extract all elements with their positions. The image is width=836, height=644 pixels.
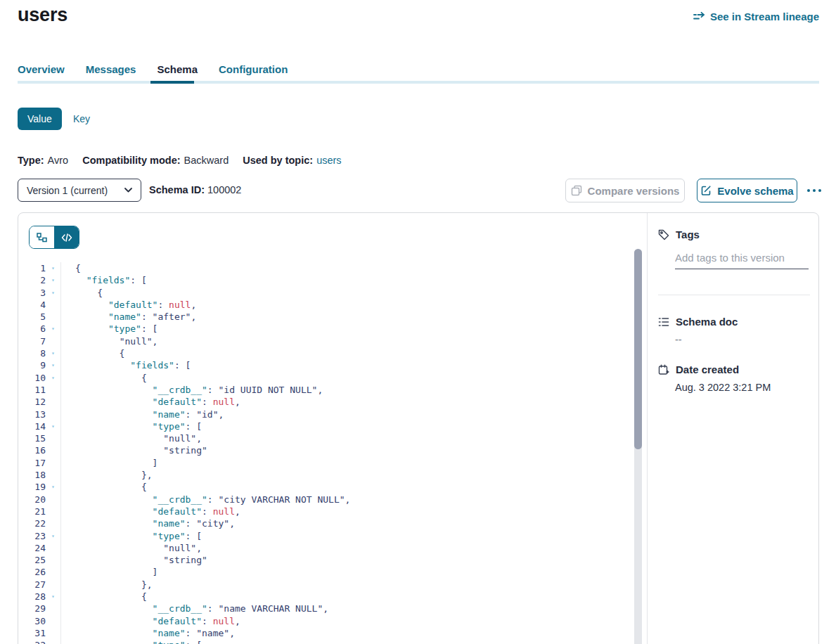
version-select[interactable]: Version 1 (current)	[18, 179, 141, 202]
code-view-icon	[61, 233, 72, 242]
code-text: ]	[60, 457, 157, 469]
tags-heading-row: Tags	[658, 228, 810, 240]
code-line: 15 "null",	[18, 432, 350, 444]
date-created-section: Date created Aug. 3 2022 3:21 PM	[658, 363, 810, 393]
stream-lineage-icon	[693, 11, 705, 22]
fold-toggle-icon[interactable]: ▾	[46, 262, 60, 274]
code-text: "__crdb__": "city VARCHAR NOT NULL",	[60, 494, 350, 505]
code-view-toggle[interactable]	[54, 226, 79, 248]
tab-overview[interactable]: Overview	[18, 63, 65, 75]
tab-schema[interactable]: Schema	[157, 63, 198, 75]
line-number: 1	[18, 262, 46, 274]
tab-configuration[interactable]: Configuration	[219, 63, 288, 75]
line-number: 2	[18, 274, 46, 286]
fold-spacer	[46, 566, 60, 578]
value-toggle-button[interactable]: Value	[18, 108, 62, 130]
code-text: {	[60, 262, 81, 274]
code-line: 18 },	[18, 469, 350, 481]
edit-icon	[700, 185, 712, 196]
tab-messages[interactable]: Messages	[86, 63, 136, 75]
compare-versions-button[interactable]: Compare versions	[565, 179, 685, 202]
line-number: 4	[18, 299, 46, 311]
fold-spacer	[46, 579, 60, 591]
schema-doc-heading: Schema doc	[676, 316, 738, 328]
fold-spacer	[46, 494, 60, 505]
line-number: 9	[18, 359, 46, 371]
fold-toggle-icon[interactable]: ▾	[46, 287, 60, 299]
meta-type-value: Avro	[48, 155, 69, 166]
code-text: },	[60, 579, 153, 591]
fold-toggle-icon[interactable]: ▾	[46, 591, 60, 603]
fold-toggle-icon[interactable]: ▾	[46, 372, 60, 384]
date-created-heading: Date created	[676, 363, 739, 375]
fold-spacer	[46, 603, 60, 614]
code-text: "null",	[60, 542, 202, 554]
fold-toggle-icon[interactable]: ▾	[46, 420, 60, 432]
version-select-value: Version 1 (current)	[27, 185, 108, 196]
ellipsis-icon	[807, 189, 810, 192]
fold-spacer	[46, 627, 60, 639]
schema-id-value: 100002	[207, 184, 241, 195]
fold-toggle-icon[interactable]: ▾	[46, 530, 60, 542]
evolve-schema-button[interactable]: Evolve schema	[697, 179, 797, 202]
date-created-value: Aug. 3 2022 3:21 PM	[675, 382, 810, 393]
compare-versions-icon	[571, 185, 582, 196]
line-number: 5	[18, 311, 46, 323]
code-text: "name": "id",	[60, 408, 224, 420]
fold-toggle-icon[interactable]: ▾	[46, 347, 60, 359]
meta-type: Type: Avro	[18, 155, 68, 166]
code-line: 2▾ "fields": [	[18, 274, 350, 286]
code-line: 1▾{	[18, 262, 350, 274]
topic-link[interactable]: users	[316, 155, 341, 166]
schema-card: 1▾{2▾ "fields": [3▾ {4 "default": null,5…	[18, 212, 819, 644]
fold-spacer	[46, 505, 60, 517]
code-line: 4 "default": null,	[18, 299, 350, 311]
code-line: 25 "string"	[18, 554, 350, 566]
tags-input[interactable]	[675, 252, 809, 269]
code-text: "type": [	[60, 420, 202, 432]
see-in-stream-lineage-link[interactable]: See in Stream lineage	[693, 11, 819, 22]
date-created-heading-row: Date created	[658, 363, 810, 375]
evolve-schema-label: Evolve schema	[717, 185, 793, 197]
code-text: "default": null,	[60, 615, 240, 627]
code-text: "name": "name",	[60, 627, 235, 639]
fold-toggle-icon[interactable]: ▾	[46, 274, 60, 286]
fold-spacer	[46, 517, 60, 529]
code-text: "type": [	[60, 639, 202, 644]
meta-compatibility-value: Backward	[184, 155, 229, 166]
key-toggle-button[interactable]: Key	[73, 108, 90, 130]
line-number: 31	[18, 627, 46, 639]
fold-toggle-icon[interactable]: ▾	[46, 359, 60, 371]
code-line: 22 "name": "city",	[18, 517, 350, 529]
code-line: 16 "string"	[18, 444, 350, 456]
sidebar-divider	[658, 295, 810, 295]
code-text: "null",	[60, 335, 157, 347]
line-number: 26	[18, 566, 46, 578]
fold-toggle-icon[interactable]: ▾	[46, 639, 60, 644]
fold-toggle-icon[interactable]: ▾	[46, 481, 60, 493]
code-line: 14▾ "type": [	[18, 420, 350, 432]
line-number: 17	[18, 457, 46, 469]
line-number: 21	[18, 505, 46, 517]
line-number: 7	[18, 335, 46, 347]
editor-scrollbar-thumb[interactable]	[634, 249, 642, 449]
editor-scrollbar-track[interactable]	[634, 249, 642, 644]
tag-icon	[658, 229, 669, 240]
more-actions-button[interactable]	[804, 183, 825, 198]
code-text: "string"	[60, 554, 207, 566]
code-text: {	[60, 372, 147, 384]
line-number: 25	[18, 554, 46, 566]
code-line: 29 "__crdb__": "name VARCHAR NULL",	[18, 603, 350, 614]
code-lines: 1▾{2▾ "fields": [3▾ {4 "default": null,5…	[18, 262, 350, 644]
meta-used-by-topic: Used by topic: users	[243, 155, 341, 166]
code-line: 10▾ {	[18, 372, 350, 384]
fold-toggle-icon[interactable]: ▾	[46, 323, 60, 335]
code-line: 5 "name": "after",	[18, 311, 350, 323]
fold-spacer	[46, 554, 60, 566]
code-line: 27 },	[18, 579, 350, 591]
line-number: 27	[18, 579, 46, 591]
code-line: 19▾ {	[18, 481, 350, 493]
line-number: 8	[18, 347, 46, 359]
code-text: {	[60, 287, 103, 299]
tree-view-toggle[interactable]	[30, 226, 54, 248]
